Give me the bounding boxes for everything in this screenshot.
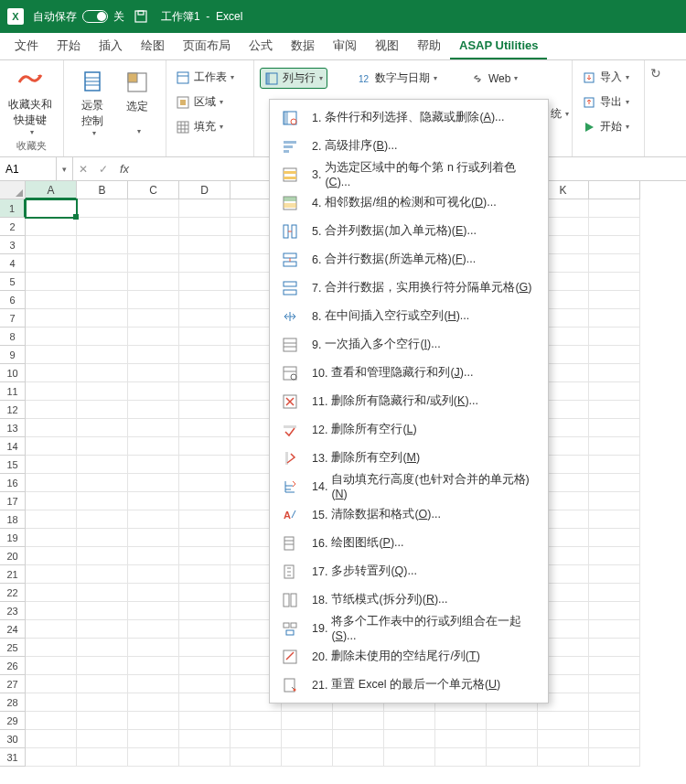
cell[interactable]: [589, 474, 640, 492]
cell[interactable]: [26, 456, 77, 474]
cell[interactable]: [179, 474, 230, 492]
cell[interactable]: [26, 254, 77, 273]
cell[interactable]: [77, 346, 128, 364]
cell[interactable]: [179, 364, 230, 382]
cell[interactable]: [128, 602, 179, 620]
col-header[interactable]: C: [128, 181, 179, 199]
cell[interactable]: [26, 218, 77, 236]
cell[interactable]: [435, 712, 487, 730]
row-header[interactable]: 16: [0, 474, 26, 492]
cell[interactable]: [77, 492, 128, 510]
cell[interactable]: [179, 675, 230, 693]
col-header[interactable]: [589, 181, 640, 199]
menu-item-3[interactable]: 3. 为选定区域中的每个第 n 行或列着色(C)...: [270, 160, 548, 188]
cell[interactable]: [77, 730, 128, 748]
row-header[interactable]: 29: [0, 712, 26, 730]
row-header[interactable]: 26: [0, 657, 26, 675]
row-header[interactable]: 8: [0, 328, 26, 346]
favorites-button[interactable]: 收藏夹和 快捷键: [5, 64, 55, 137]
cell[interactable]: [179, 529, 230, 547]
cell[interactable]: [26, 639, 77, 657]
cell[interactable]: [179, 199, 230, 218]
row-header[interactable]: 13: [0, 419, 26, 437]
menu-item-19[interactable]: 19. 将多个工作表中的行或列组合在一起(S)...: [270, 614, 548, 642]
cell[interactable]: [128, 675, 179, 693]
row-header[interactable]: 19: [0, 529, 26, 547]
export-button[interactable]: 导出: [578, 92, 638, 112]
cell[interactable]: [26, 492, 77, 510]
cell[interactable]: [384, 730, 435, 748]
cell[interactable]: [26, 675, 77, 693]
cell[interactable]: [589, 273, 640, 291]
cell[interactable]: [179, 346, 230, 364]
cell[interactable]: [26, 730, 77, 748]
menu-item-6[interactable]: 6. 合并行数据(所选单元格)(F)...: [270, 245, 548, 274]
cell[interactable]: [435, 730, 487, 748]
cell[interactable]: [589, 584, 640, 602]
cell[interactable]: [128, 730, 179, 748]
cell[interactable]: [26, 346, 77, 364]
cell[interactable]: [26, 510, 77, 529]
cell[interactable]: [77, 510, 128, 529]
cell[interactable]: [179, 218, 230, 236]
cell[interactable]: [179, 584, 230, 602]
menu-item-15[interactable]: A15. 清除数据和格式(O)...: [270, 500, 548, 529]
cell[interactable]: [128, 492, 179, 510]
tab-insert[interactable]: 插入: [90, 32, 132, 59]
cell[interactable]: [589, 712, 640, 730]
cell[interactable]: [77, 273, 128, 291]
sheets-button[interactable]: 工作表: [172, 68, 248, 87]
cell[interactable]: [179, 309, 230, 328]
cell[interactable]: [77, 474, 128, 492]
row-header[interactable]: 31: [0, 748, 26, 767]
cell[interactable]: [77, 401, 128, 419]
cell[interactable]: [128, 456, 179, 474]
cell[interactable]: [179, 547, 230, 565]
row-header[interactable]: 22: [0, 584, 26, 602]
row-header[interactable]: 9: [0, 346, 26, 364]
cell[interactable]: [128, 547, 179, 565]
name-box[interactable]: A1: [0, 157, 57, 180]
menu-item-20[interactable]: 20. 删除未使用的空结尾行/列(T): [270, 642, 548, 671]
cell[interactable]: [77, 657, 128, 675]
select-all-corner[interactable]: [0, 181, 26, 199]
cell[interactable]: [179, 657, 230, 675]
cell[interactable]: [26, 657, 77, 675]
cell[interactable]: [333, 730, 384, 748]
cell[interactable]: [77, 620, 128, 639]
region-button[interactable]: 区域: [172, 92, 248, 112]
cell[interactable]: [128, 236, 179, 254]
row-header[interactable]: 25: [0, 639, 26, 657]
cell[interactable]: [128, 639, 179, 657]
system-button[interactable]: 统: [547, 104, 566, 124]
tab-asap-utilities[interactable]: ASAP Utilities: [450, 33, 547, 59]
cell[interactable]: [589, 382, 640, 401]
cell[interactable]: [179, 492, 230, 510]
cell[interactable]: [589, 565, 640, 584]
cell[interactable]: [589, 437, 640, 456]
autosave-toggle[interactable]: 自动保存 关: [33, 9, 124, 25]
cell[interactable]: [589, 291, 640, 309]
cell[interactable]: [77, 236, 128, 254]
row-header[interactable]: 20: [0, 547, 26, 565]
cell[interactable]: [26, 199, 77, 218]
cancel-formula-icon[interactable]: ✕: [73, 157, 93, 180]
cell[interactable]: [26, 309, 77, 328]
cell[interactable]: [128, 620, 179, 639]
num-date-button[interactable]: 12 数字与日期: [353, 68, 441, 89]
col-header[interactable]: A: [26, 181, 77, 199]
cell[interactable]: [589, 364, 640, 382]
tab-data[interactable]: 数据: [282, 32, 324, 59]
row-header[interactable]: 17: [0, 492, 26, 510]
row-header[interactable]: 10: [0, 364, 26, 382]
cell[interactable]: [77, 712, 128, 730]
cell[interactable]: [179, 401, 230, 419]
cell[interactable]: [282, 730, 333, 748]
cell[interactable]: [589, 693, 640, 712]
cell[interactable]: [77, 529, 128, 547]
cell[interactable]: [589, 456, 640, 474]
cell[interactable]: [128, 382, 179, 401]
row-header[interactable]: 5: [0, 273, 26, 291]
cell[interactable]: [589, 675, 640, 693]
cell[interactable]: [589, 236, 640, 254]
